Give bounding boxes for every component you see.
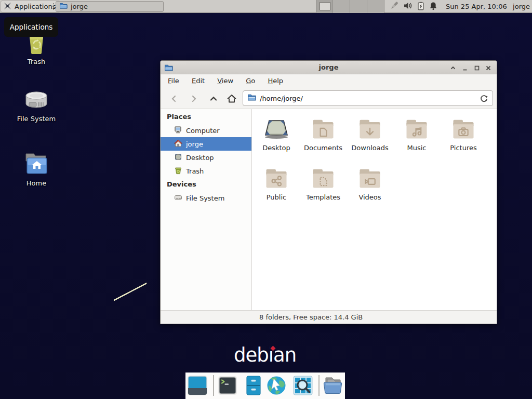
marker-icon[interactable] xyxy=(390,1,399,12)
terminal-icon[interactable] xyxy=(217,375,238,396)
top-panel: Applications jorge xyxy=(0,0,532,13)
xfce-menu-icon xyxy=(3,2,12,12)
sidebar-item-file-system[interactable]: File System xyxy=(161,191,251,205)
workspace-2[interactable] xyxy=(333,0,350,13)
file-item-label: Music xyxy=(393,144,440,152)
desktop-icon-label: Trash xyxy=(11,58,61,65)
taskbar-window-label: jorge xyxy=(71,3,88,10)
debian-logo: debian xyxy=(234,344,307,367)
back-icon[interactable] xyxy=(168,93,180,104)
pictures-folder-icon xyxy=(440,115,487,142)
computer-icon xyxy=(174,126,182,136)
shade-icon[interactable] xyxy=(449,64,457,72)
workspace-4[interactable] xyxy=(367,0,384,13)
file-item-templates[interactable]: Templates xyxy=(300,165,347,201)
workspace-switcher xyxy=(316,0,384,13)
desktop-icon-label: File System xyxy=(11,115,61,123)
sidebar: Places Computer xyxy=(161,109,252,310)
folder-icon xyxy=(247,93,256,103)
toolbar: /home/jorge/ xyxy=(161,87,497,109)
home-folder-icon xyxy=(11,151,61,177)
file-item-documents[interactable]: Documents xyxy=(300,115,347,152)
sidebar-item-label: File System xyxy=(186,194,224,202)
dock-separator xyxy=(213,375,214,396)
file-item-label: Templates xyxy=(300,193,347,201)
menu-go[interactable]: Go xyxy=(241,74,260,87)
downloads-folder-icon xyxy=(347,115,393,142)
reload-icon[interactable] xyxy=(480,94,488,103)
volume-icon[interactable] xyxy=(403,2,413,11)
file-item-downloads[interactable]: Downloads xyxy=(347,115,393,152)
drive-icon xyxy=(174,193,182,203)
menu-help[interactable]: Help xyxy=(262,74,288,87)
location-input[interactable]: /home/jorge/ xyxy=(260,95,476,102)
application-finder-icon[interactable] xyxy=(292,375,313,396)
desktop-icon-home[interactable]: Home xyxy=(11,151,61,187)
desktop-line-artifact xyxy=(113,283,147,301)
window-content: Places Computer xyxy=(161,109,497,310)
file-item-label: Videos xyxy=(347,193,393,201)
file-cabinet-icon[interactable] xyxy=(243,375,264,396)
debian-wordmark: debian xyxy=(234,344,296,366)
file-item-label: Desktop xyxy=(253,144,300,152)
harddrive-icon xyxy=(11,88,61,112)
trash-icon xyxy=(174,166,182,176)
menu-file[interactable]: File xyxy=(163,74,184,87)
templates-folder-icon xyxy=(300,165,347,192)
window-title: jorge xyxy=(161,61,497,74)
file-view[interactable]: Desktop Documents xyxy=(252,109,497,310)
file-item-label: Pictures xyxy=(440,144,487,152)
sidebar-item-computer[interactable]: Computer xyxy=(161,124,251,137)
dock-separator xyxy=(318,375,320,396)
music-folder-icon xyxy=(393,115,440,142)
file-manager-window: jorge File Edit View Go Help xyxy=(160,60,497,324)
taskbar-window-button[interactable]: jorge xyxy=(56,1,164,12)
desktop-icon xyxy=(174,153,182,163)
menu-edit[interactable]: Edit xyxy=(187,74,210,87)
sidebar-item-desktop[interactable]: Desktop xyxy=(161,151,251,164)
system-tray xyxy=(390,0,437,13)
file-item-public[interactable]: Public xyxy=(253,165,300,201)
home-icon[interactable] xyxy=(226,93,237,104)
statusbar: 8 folders, Free space: 14.4 GiB xyxy=(161,310,497,324)
file-item-music[interactable]: Music xyxy=(393,115,440,152)
desktop-icon-label: Home xyxy=(11,179,61,187)
bottom-dock xyxy=(185,373,345,399)
workspace-1[interactable] xyxy=(316,0,333,13)
titlebar[interactable]: jorge xyxy=(161,61,497,74)
show-desktop-icon[interactable] xyxy=(187,375,208,396)
file-item-label: Public xyxy=(253,193,300,201)
up-icon[interactable] xyxy=(208,93,219,104)
file-item-desktop[interactable]: Desktop xyxy=(253,115,300,152)
minimize-icon[interactable] xyxy=(461,64,469,72)
tooltip-text: Applications xyxy=(10,23,52,31)
workspace-window-thumb xyxy=(320,2,330,10)
desktop-folder-icon xyxy=(253,115,300,142)
menubar: File Edit View Go Help xyxy=(161,74,497,87)
desktop: Applications jorge xyxy=(0,0,532,399)
sidebar-item-jorge[interactable]: jorge xyxy=(161,137,251,151)
bell-icon[interactable] xyxy=(429,2,437,12)
videos-folder-icon xyxy=(347,165,393,192)
menu-view[interactable]: View xyxy=(212,74,238,87)
applications-menu-label: Applications xyxy=(15,3,56,10)
applications-tooltip: Applications xyxy=(4,17,58,37)
file-item-label: Downloads xyxy=(347,144,393,152)
forward-icon[interactable] xyxy=(188,93,200,104)
file-manager-icon[interactable] xyxy=(322,375,342,396)
battery-icon[interactable] xyxy=(417,2,425,12)
file-item-pictures[interactable]: Pictures xyxy=(440,115,487,152)
maximize-icon[interactable] xyxy=(473,64,481,72)
close-icon[interactable] xyxy=(485,64,492,72)
applications-menu-button[interactable]: Applications xyxy=(1,1,60,12)
file-item-videos[interactable]: Videos xyxy=(347,165,393,201)
location-bar[interactable]: /home/jorge/ xyxy=(243,90,493,106)
panel-clock[interactable]: Sun 25 Apr, 10:06 xyxy=(446,0,507,13)
web-browser-icon[interactable] xyxy=(265,375,286,396)
panel-username: jorge xyxy=(513,0,530,13)
workspace-3[interactable] xyxy=(350,0,367,13)
sidebar-item-label: Trash xyxy=(186,167,204,175)
panel-separator xyxy=(53,3,54,10)
desktop-icon-file-system[interactable]: File System xyxy=(11,88,61,123)
sidebar-item-trash[interactable]: Trash xyxy=(161,164,251,178)
